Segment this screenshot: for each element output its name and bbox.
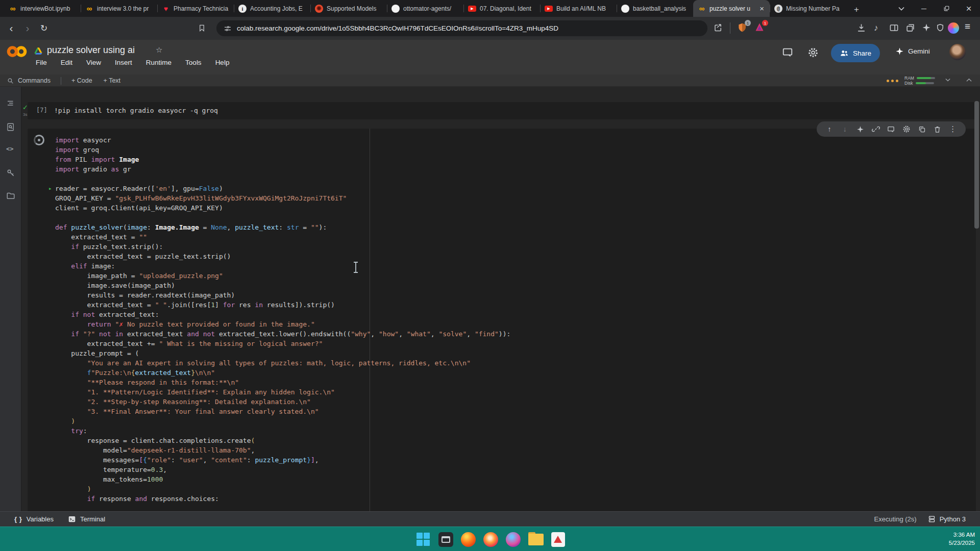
code-line: !pip install torch gradio easyocr -q gro…: [54, 106, 218, 115]
menu-runtime[interactable]: Runtime: [146, 59, 172, 66]
colab-favicon: ∞: [698, 5, 706, 13]
menu-edit[interactable]: Edit: [61, 59, 72, 66]
code-line: response = client.chat.completions.creat…: [55, 436, 510, 445]
settings-gear-icon[interactable]: [807, 47, 819, 58]
browser-tab[interactable]: ▶07. Diagonal, Ident: [463, 0, 540, 17]
browser-tab[interactable]: ∞interviewBot.ipynb: [4, 0, 81, 17]
browser-tab[interactable]: ▶Build an AI/ML NB: [540, 0, 617, 17]
variables-button[interactable]: { } Variables: [14, 515, 54, 523]
share-page-icon[interactable]: [714, 23, 723, 32]
code-snippets-icon[interactable]: <>: [6, 145, 13, 153]
browser-profile-orb-icon[interactable]: [948, 22, 959, 34]
table-of-contents-icon[interactable]: [6, 99, 15, 108]
pip-code[interactable]: !pip install torch gradio easyocr -q gro…: [54, 106, 218, 115]
main-code-cell[interactable]: import easyocrimport groqfrom PIL import…: [28, 129, 976, 511]
reload-button[interactable]: ↻: [37, 21, 51, 35]
taskbar-clock[interactable]: 3:36 AM 5/23/2025: [949, 531, 975, 547]
close-window-button[interactable]: ×: [958, 0, 980, 17]
extension-triangle-icon[interactable]: 1: [754, 22, 766, 33]
add-comment-icon[interactable]: [886, 126, 896, 133]
code-line: f"Puzzle:\n{extracted_text}\n\n": [55, 368, 510, 378]
firefox-profile-icon[interactable]: [483, 532, 498, 547]
notebook-title[interactable]: puzzle solver using ai: [47, 45, 135, 56]
move-cell-up-icon[interactable]: ↑: [824, 125, 835, 133]
copilot-sparkle-icon[interactable]: [922, 23, 931, 32]
menu-help[interactable]: Help: [215, 59, 230, 66]
browser-tab[interactable]: ottomator-agents/: [387, 0, 463, 17]
variables-label: Variables: [27, 515, 54, 523]
downloads-icon[interactable]: [856, 23, 866, 33]
mirror-cell-icon[interactable]: [917, 126, 927, 133]
bookmark-icon[interactable]: [198, 23, 206, 33]
collections-icon[interactable]: [905, 23, 915, 33]
add-text-button[interactable]: + Text: [104, 77, 120, 84]
address-bar[interactable]: colab.research.google.com/drive/1o5Sbbh4…: [216, 20, 707, 36]
terminal-button[interactable]: Terminal: [68, 515, 105, 523]
cell-settings-gear-icon[interactable]: [901, 125, 912, 133]
share-label: Share: [853, 49, 871, 57]
code-line: if "?" not in extracted_text and not ext…: [55, 329, 510, 339]
secrets-key-icon[interactable]: [6, 168, 15, 178]
code-editor[interactable]: import easyocrimport groqfrom PIL import…: [55, 135, 510, 504]
site-settings-icon[interactable]: [224, 24, 232, 33]
browser-tab[interactable]: @Missing Number Pa: [770, 0, 846, 17]
minimize-button[interactable]: ─: [913, 0, 935, 17]
restore-button[interactable]: [935, 0, 958, 17]
cell-running-spinner-icon[interactable]: [34, 135, 44, 145]
tab-title: interview 3.0 the pr: [97, 5, 153, 12]
delete-cell-icon[interactable]: [933, 126, 943, 133]
browser-tab[interactable]: ∞interview 3.0 the pr: [81, 0, 157, 17]
media-control-icon[interactable]: ♪: [874, 23, 878, 33]
browser-tab[interactable]: basketball_analysis: [617, 0, 693, 17]
browser-tab[interactable]: iAccounting Jobs, E: [234, 0, 310, 17]
tab-search-chevron-icon[interactable]: [890, 0, 913, 17]
star-icon[interactable]: ☆: [156, 45, 162, 55]
browser-tab[interactable]: ∞puzzle solver u×: [693, 0, 770, 17]
more-actions-icon[interactable]: ⋮: [948, 124, 958, 134]
new-tab-button[interactable]: +: [849, 3, 864, 17]
task-view-icon[interactable]: [438, 532, 453, 547]
terminal-label: Terminal: [80, 515, 105, 523]
file-explorer-icon[interactable]: [528, 532, 544, 547]
gemini-button[interactable]: Gemini: [895, 47, 930, 56]
split-screen-icon[interactable]: [889, 23, 899, 33]
tab-close-icon[interactable]: ×: [758, 4, 765, 13]
browser-tab[interactable]: Supported Models: [310, 0, 387, 17]
comments-icon[interactable]: [782, 47, 793, 58]
commands-button[interactable]: Commands: [18, 77, 51, 84]
code-line: ▸reader = easyocr.Reader(['en'], gpu=Fal…: [55, 184, 510, 193]
gemini-sparkle-icon[interactable]: [855, 126, 866, 133]
share-button[interactable]: Share: [831, 44, 880, 62]
pip-install-cell[interactable]: [7] !pip install torch gradio easyocr -q…: [28, 102, 976, 119]
copy-link-icon[interactable]: [871, 125, 881, 133]
files-folder-icon[interactable]: [6, 191, 15, 201]
menu-view[interactable]: View: [86, 59, 101, 66]
kernel-selector[interactable]: Python 3: [928, 515, 966, 523]
firefox-nightly-icon[interactable]: [506, 532, 521, 547]
avatar[interactable]: [949, 44, 966, 60]
back-button[interactable]: ‹: [4, 21, 18, 35]
add-code-button[interactable]: + Code: [71, 77, 92, 84]
collapse-toolbar-icon[interactable]: [966, 78, 972, 82]
forward-button[interactable]: ›: [20, 21, 35, 35]
find-replace-icon[interactable]: [6, 122, 15, 132]
resource-meters[interactable]: RAM Disk: [904, 76, 935, 86]
app-icon[interactable]: [551, 532, 565, 547]
tab-title: puzzle solver u: [709, 5, 755, 12]
browser-menu-icon[interactable]: ≡: [965, 21, 970, 32]
toolbar-divider: [61, 77, 61, 85]
menu-file[interactable]: File: [36, 59, 47, 66]
menu-tools[interactable]: Tools: [185, 59, 202, 66]
browser-tab[interactable]: ♥Pharmacy Technicia: [157, 0, 234, 17]
extension-shield-icon[interactable]: 1: [737, 22, 748, 33]
code-line: from PIL import Image: [55, 155, 510, 164]
github-favicon: [391, 5, 400, 13]
move-cell-down-icon[interactable]: ↓: [840, 125, 850, 133]
start-button-icon[interactable]: [415, 532, 431, 547]
meters-chevron-icon[interactable]: [945, 78, 950, 82]
scrollbar-thumb[interactable]: [974, 101, 979, 229]
code-line: if not extracted_text:: [55, 310, 510, 319]
firefox-icon[interactable]: [461, 532, 476, 547]
menu-insert[interactable]: Insert: [115, 59, 132, 66]
browser-shield-icon[interactable]: [936, 23, 945, 33]
